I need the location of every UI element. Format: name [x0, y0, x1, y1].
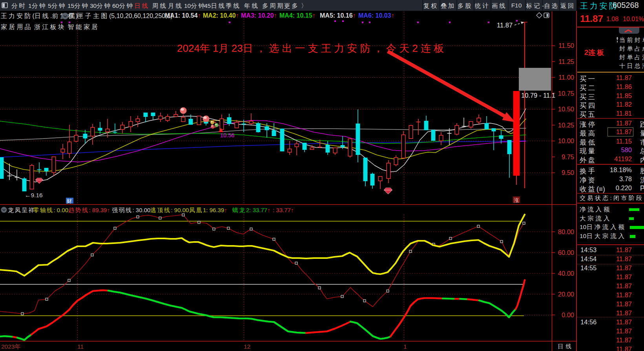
svg-text:12: 12 [244, 343, 250, 350]
svg-text:10.75: 10.75 [558, 90, 574, 97]
svg-text:11.25: 11.25 [558, 58, 574, 65]
svg-text:10.79 - 11.1: 10.79 - 11.1 [521, 92, 555, 99]
svg-text:涨: 涨 [514, 197, 519, 203]
svg-text:0.00: 0.00 [562, 311, 574, 318]
svg-text:60.00: 60.00 [558, 249, 574, 256]
svg-text:←9.16: ←9.16 [25, 192, 43, 198]
svg-text:日线: 日线 [558, 343, 574, 349]
svg-text:9.50: 9.50 [562, 169, 574, 176]
svg-text:10.25: 10.25 [558, 122, 574, 129]
svg-text:1: 1 [403, 343, 407, 350]
svg-text:10.00: 10.00 [558, 137, 574, 144]
svg-text:9.75: 9.75 [562, 153, 574, 160]
svg-text:11.50: 11.50 [558, 42, 574, 49]
svg-text:2023年: 2023年 [1, 343, 21, 350]
svg-text:11.00: 11.00 [558, 74, 574, 81]
svg-text:20.00: 20.00 [558, 291, 574, 298]
svg-text:10.50: 10.50 [558, 105, 574, 113]
svg-text:财: 财 [67, 198, 72, 204]
svg-text:10.56: 10.56 [220, 132, 234, 138]
svg-text:40.00: 40.00 [558, 270, 574, 277]
svg-text:80.00: 80.00 [558, 228, 574, 235]
svg-text:11: 11 [77, 343, 84, 350]
svg-text:11.87: 11.87 [497, 22, 513, 29]
